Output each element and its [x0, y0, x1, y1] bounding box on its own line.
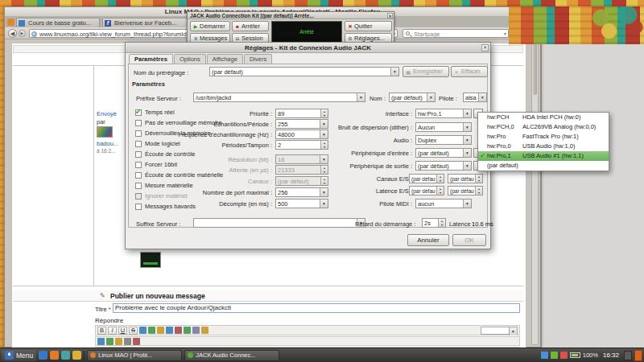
show-desktop-button[interactable]	[634, 350, 642, 361]
tab-cours-de-basse[interactable]: Cours de basse gratu...	[16, 18, 100, 27]
dropdown-item-hw-pch[interactable]: hw:PCH HDA Intel PCH (hw:0)	[478, 113, 609, 122]
dialog-titlebar[interactable]: Réglages - Kit de Connexion Audio JACK	[126, 43, 490, 53]
firefox-launcher-icon[interactable]	[50, 351, 59, 360]
dropdown-item-hw-pro-0[interactable]: hw:Pro,0 USB Audio (hw:1,0)	[478, 142, 609, 151]
image-icon[interactable]	[148, 327, 155, 334]
bold-button[interactable]: B	[97, 327, 106, 335]
checkbox-box[interactable]	[135, 172, 142, 179]
spinner-arrows-icon[interactable]: ▴▾	[320, 141, 328, 149]
dropdown-item-hw-pro-1[interactable]: hw:Pro,1 USB Audio #1 (hw:1,1)	[478, 151, 609, 161]
spinner-arrows-icon[interactable]: ▴▾	[438, 219, 445, 227]
smiley-icon[interactable]	[157, 327, 164, 334]
checkbox-box[interactable]	[135, 183, 142, 189]
avatar[interactable]	[97, 126, 113, 138]
quote-icon[interactable]	[175, 327, 182, 334]
network-tray-icon[interactable]	[541, 352, 548, 359]
canaux-in-spinbox[interactable]: (par défaut)▴▾	[409, 174, 444, 183]
spinner-arrows-icon[interactable]: ▴▾	[475, 175, 482, 183]
update-tray-icon[interactable]	[551, 352, 558, 359]
italic-button[interactable]: I	[108, 327, 117, 335]
frequence-combo[interactable]: 48000▾	[275, 130, 328, 139]
checkbox-box[interactable]	[135, 120, 142, 126]
files-launcher-icon[interactable]	[72, 351, 81, 360]
audio-combo[interactable]: Duplex▾	[415, 135, 472, 145]
style-select[interactable]: ▾	[481, 327, 518, 335]
decompte-combo[interactable]: 500▾	[275, 199, 328, 208]
checkbox-box[interactable]	[135, 130, 142, 137]
help-icon[interactable]	[133, 338, 140, 345]
terminal-launcher-icon[interactable]	[61, 351, 70, 360]
dropdown-item-hw-pch-0[interactable]: hw:PCH,0 ALC269VB Analog (hw:0,0)	[478, 122, 609, 132]
stop-button[interactable]: ■ Arrêter	[232, 21, 269, 31]
latence-out-spinbox[interactable]: (par défaut)▴▾	[448, 186, 483, 195]
search-input[interactable]: Startpage ▼	[402, 29, 509, 38]
post-author-link[interactable]: badou...	[97, 140, 118, 147]
dropdown-item-hw-pro[interactable]: hw:Pro FastTrack Pro (hw:1)	[478, 132, 609, 142]
server-suffix-combo[interactable]: ▾	[193, 218, 365, 228]
chevron-down-icon[interactable]: ▼	[503, 30, 507, 39]
forward-button[interactable]: ▶	[19, 30, 26, 37]
taskbar-window-firefox[interactable]: Linux MAO | Probl...	[87, 350, 182, 361]
close-icon[interactable]: ✕	[387, 13, 393, 19]
start-delay-spinbox[interactable]: 2s ▴▾	[422, 218, 446, 228]
interface-combo[interactable]: hw:Pro,1▾	[415, 109, 472, 118]
special-char-icon[interactable]	[201, 327, 208, 334]
undo-icon[interactable]	[97, 338, 105, 345]
checkbox-box[interactable]	[135, 109, 142, 116]
menu-button[interactable]: Menu	[2, 350, 36, 361]
preset-combo[interactable]: (par défaut) ▾	[209, 67, 399, 76]
scrollbar-thumb[interactable]	[533, 43, 537, 95]
quit-button[interactable]: ✖ Quitter	[345, 21, 392, 31]
workspace-pager[interactable]	[624, 351, 632, 360]
dither-combo[interactable]: Aucun▾	[415, 122, 472, 132]
save-preset-button[interactable]: ▦ Enregistrer	[402, 66, 449, 77]
priorite-spinbox[interactable]: 89▴▾	[275, 109, 328, 118]
driver-combo[interactable]: alsa ▾	[463, 93, 487, 102]
taskbar-window-jack[interactable]: JACK Audio Connec...	[184, 350, 279, 361]
code-icon[interactable]	[192, 327, 200, 334]
server-name-combo[interactable]: (par défaut) ▾	[389, 93, 436, 102]
link-icon[interactable]	[139, 327, 147, 334]
table-icon[interactable]	[166, 327, 173, 334]
latence-in-spinbox[interactable]: (par défaut)▴▾	[409, 186, 444, 195]
volume-tray-icon[interactable]	[560, 352, 568, 359]
checkbox-box[interactable]	[135, 193, 142, 200]
find-icon[interactable]	[115, 338, 122, 345]
spinner-arrows-icon[interactable]: ▴▾	[436, 187, 444, 195]
tab-group-icon[interactable]	[7, 19, 14, 26]
port-maximal-combo[interactable]: 256▾	[275, 187, 328, 197]
strikethrough-button[interactable]: S	[129, 327, 138, 335]
close-icon[interactable]: ✕	[481, 44, 489, 51]
checkbox-box[interactable]	[135, 151, 142, 158]
dropdown-item-par-defaut[interactable]: (par défaut)	[478, 161, 609, 171]
checkbox-box[interactable]	[135, 204, 142, 210]
title-input[interactable]: Problème avec le couple Ardour/Qjackctl	[113, 303, 520, 313]
midi-driver-combo[interactable]: aucun▾	[415, 199, 472, 208]
spinner-arrows-icon[interactable]: ▴▾	[475, 187, 482, 195]
scrollbar[interactable]	[531, 41, 539, 345]
spinner-arrows-icon[interactable]: ▴▾	[436, 175, 444, 183]
checkbox-box[interactable]	[135, 141, 142, 147]
list-icon[interactable]	[184, 327, 191, 334]
search-text[interactable]: Startpage	[414, 31, 500, 38]
jack-titlebar[interactable]: JACK Audio Connection Kit [(par défaut)]…	[188, 12, 394, 19]
echantillons-combo[interactable]: 255▾	[275, 119, 328, 129]
fullscreen-icon[interactable]	[124, 338, 131, 345]
clear-preset-button[interactable]: ✕ Effacer	[451, 66, 488, 77]
cancel-button[interactable]: Annuler	[407, 234, 449, 246]
back-button[interactable]: ◀	[8, 29, 17, 38]
spinner-arrows-icon[interactable]: ▴▾	[320, 109, 328, 117]
ok-button[interactable]: OK	[452, 234, 486, 246]
periodes-spinbox[interactable]: 2▴▾	[275, 140, 328, 150]
input-device-combo[interactable]: (par défaut)▾	[415, 148, 472, 158]
start-button[interactable]: ▶ Démarrer	[190, 21, 230, 31]
browser-launcher-icon[interactable]	[39, 351, 47, 360]
canaux-out-spinbox[interactable]: (par défaut)▴▾	[448, 174, 483, 183]
underline-button[interactable]: U	[118, 327, 127, 335]
clock[interactable]: 16:32	[603, 352, 619, 359]
server-prefix-combo[interactable]: /usr/bin/jackd ▾	[193, 93, 365, 102]
checkbox-box[interactable]	[135, 162, 142, 168]
output-device-combo[interactable]: (par défaut)▾	[415, 161, 472, 171]
battery-icon[interactable]	[570, 352, 580, 358]
attachment-thumbnail[interactable]	[140, 252, 161, 268]
